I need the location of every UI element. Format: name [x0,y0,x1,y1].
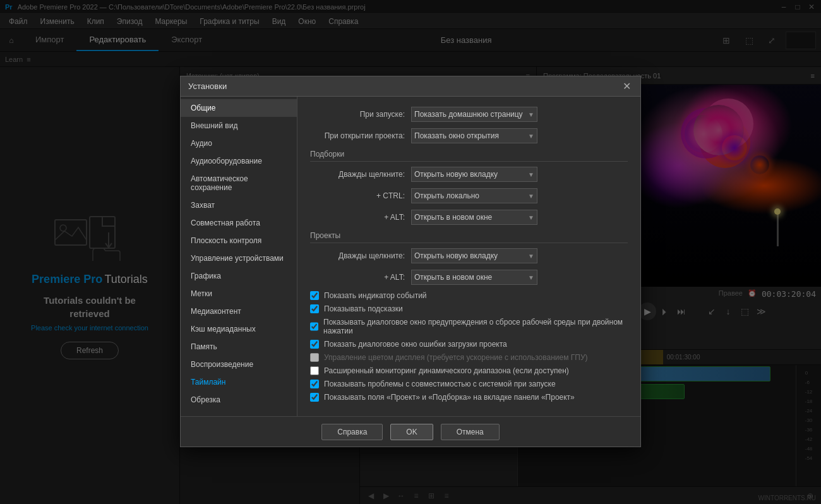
cb-events-indicator[interactable] [310,291,319,300]
projects-alt-select[interactable]: Открыть в новом окне ▼ [411,270,537,285]
projects-dblclick-value: Открыть новую вкладку [414,251,498,260]
nav-graphics[interactable]: Графика [181,267,297,285]
cb-project-bins-label: Показывать поля «Проект» и «Подборка» на… [324,393,575,402]
cb-workspace-reset[interactable] [310,322,318,331]
startup-arrow: ▼ [528,111,534,118]
projects-dblclick-row: Дважды щелкните: Открыть новую вкладку ▼ [310,248,628,263]
projects-dblclick-label: Дважды щелкните: [310,251,411,260]
settings-dialog: Установки ✕ Общие Внешний вид Аудио Ауди… [180,76,641,447]
nav-capture[interactable]: Захват [181,196,297,214]
projects-alt-value: Открыть в новом окне [414,273,492,282]
bins-alt-arrow: ▼ [528,214,534,221]
cb-tooltips[interactable] [310,304,319,313]
dialog-body: Общие Внешний вид Аудио Аудиооборудовани… [181,97,640,416]
cb-hdr-monitoring-label: Расширенный мониторинг динамического диа… [324,366,569,375]
cb-color-management-label: Управление цветом дисплея (требуется уск… [324,353,588,362]
nav-auto-save[interactable]: Автоматическое сохранение [181,170,297,196]
nav-labels[interactable]: Метки [181,285,297,303]
startup-select[interactable]: Показать домашнюю страницу ▼ [411,107,537,122]
nav-appearance[interactable]: Внешний вид [181,117,297,135]
projects-alt-label: + ALT: [310,273,411,282]
cb-color-management[interactable] [310,353,319,362]
cb-project-load-error-label: Показать диалоговое окно ошибки загрузки… [324,340,507,349]
open-project-select[interactable]: Показать окно открытия ▼ [411,128,537,143]
help-button[interactable]: Справка [321,424,383,440]
projects-dblclick-arrow: ▼ [528,253,534,260]
cb-hdr-monitoring[interactable] [310,366,319,375]
cb-compatibility-label: Показывать проблемы с совместимостью с с… [324,380,556,388]
projects-dblclick-select[interactable]: Открыть новую вкладку ▼ [411,248,537,263]
nav-trim[interactable]: Обрезка [181,391,297,409]
nav-media[interactable]: Медиаконтент [181,303,297,320]
cb-project-bins[interactable] [310,393,319,402]
dialog-sidebar: Общие Внешний вид Аудио Аудиооборудовани… [181,97,297,416]
nav-timeline[interactable]: Таймлайн [181,373,297,391]
nav-media-cache[interactable]: Кэш медиаданных [181,320,297,338]
open-project-arrow: ▼ [528,133,534,140]
nav-audio-hardware[interactable]: Аудиооборудование [181,152,297,170]
nav-general[interactable]: Общие [181,99,297,117]
bins-dblclick-select[interactable]: Открыть новую вкладку ▼ [411,167,537,182]
bins-dblclick-row: Дважды щелкните: Открыть новую вкладку ▼ [310,167,628,182]
cb-project-load-error[interactable] [310,340,319,349]
cb-row-4: Показать диалоговое окно ошибки загрузки… [310,340,628,349]
nav-playback[interactable]: Воспроизведение [181,356,297,373]
dialog-close-button[interactable]: ✕ [620,80,633,93]
bins-dblclick-arrow: ▼ [528,171,534,178]
startup-label: При запуске: [310,110,411,119]
bins-ctrl-arrow: ▼ [528,193,534,200]
cb-events-indicator-label: Показать индикатор событий [324,291,427,300]
dialog-titlebar: Установки ✕ [181,76,640,97]
bins-alt-row: + ALT: Открыть в новом окне ▼ [310,210,628,225]
bins-alt-select[interactable]: Открыть в новом окне ▼ [411,210,537,225]
open-project-row: При открытии проекта: Показать окно откр… [310,128,628,143]
nav-memory[interactable]: Память [181,338,297,356]
nav-collaboration[interactable]: Совместная работа [181,214,297,232]
cb-tooltips-label: Показывать подсказки [324,304,403,313]
bins-dblclick-value: Открыть новую вкладку [414,170,498,179]
nav-audio[interactable]: Аудио [181,135,297,152]
projects-alt-row: + ALT: Открыть в новом окне ▼ [310,270,628,285]
cb-row-6: Расширенный мониторинг динамического диа… [310,366,628,375]
cb-row-7: Показывать проблемы с совместимостью с с… [310,380,628,388]
checkboxes-section: Показать индикатор событий Показывать по… [310,291,628,402]
nav-control-surface[interactable]: Плоскость контроля [181,232,297,249]
bins-section-label: Подборки [310,150,344,159]
cb-row-8: Показывать поля «Проект» и «Подборка» на… [310,393,628,402]
open-project-value: Показать окно открытия [414,131,499,140]
bins-ctrl-select[interactable]: Открыть локально ▼ [411,188,537,203]
bins-dblclick-label: Дважды щелкните: [310,170,411,179]
cancel-button[interactable]: Отмена [441,424,500,440]
bins-alt-value: Открыть в новом окне [414,213,492,222]
startup-row: При запуске: Показать домашнюю страницу … [310,107,628,122]
bins-ctrl-label: + CTRL: [310,191,411,200]
cb-row-1: Показать индикатор событий [310,291,628,300]
bins-ctrl-value: Открыть локально [414,191,479,200]
bins-alt-label: + ALT: [310,213,411,222]
projects-alt-arrow: ▼ [528,274,534,281]
projects-section-header: Проекты [310,231,628,243]
bins-ctrl-row: + CTRL: Открыть локально ▼ [310,188,628,203]
cb-row-5: Управление цветом дисплея (требуется уск… [310,353,628,362]
ok-button[interactable]: OK [390,424,433,440]
startup-value: Показать домашнюю страницу [414,110,523,119]
dialog-content: При запуске: Показать домашнюю страницу … [297,97,640,416]
cb-row-3: Показывать диалоговое окно предупреждени… [310,318,628,335]
dialog-overlay: Установки ✕ Общие Внешний вид Аудио Ауди… [0,0,821,504]
cb-row-2: Показывать подсказки [310,304,628,313]
open-project-label: При открытии проекта: [310,131,411,140]
cb-compatibility[interactable] [310,380,319,388]
dialog-title: Установки [188,81,620,91]
dialog-footer: Справка OK Отмена [181,416,640,447]
projects-section-label: Проекты [310,231,340,240]
bins-section-header: Подборки [310,150,628,162]
nav-device-control[interactable]: Управление устройствами [181,249,297,267]
cb-workspace-reset-label: Показывать диалоговое окно предупреждени… [323,318,628,335]
